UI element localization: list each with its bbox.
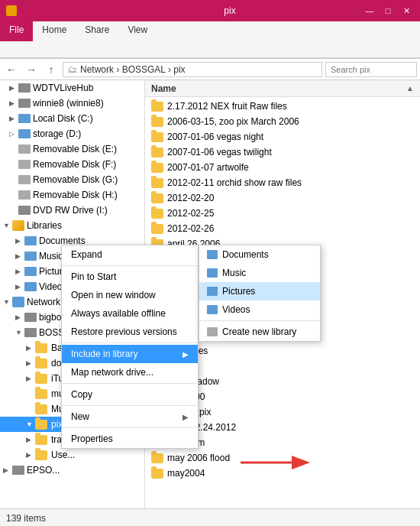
new-submenu-arrow-icon: ▶ (183, 413, 189, 421)
file-list-item[interactable]: 2007-01-07 artwolfe (145, 160, 420, 175)
folder-icon (151, 132, 163, 142)
tree-item-wdtv[interactable]: ▶ WDTVLiveHub (0, 80, 144, 96)
context-include-label: Include in library (71, 349, 137, 359)
tree-label: Removable Disk (F:) (33, 159, 116, 170)
music-lib-icon (207, 268, 218, 278)
ribbon-commands (0, 41, 420, 58)
submenu-videos[interactable]: Videos (199, 300, 320, 319)
up-button[interactable]: ↑ (43, 61, 60, 78)
folder-icon (35, 343, 47, 353)
submenu-create-new[interactable]: Create new library (199, 323, 320, 341)
file-list-item[interactable]: 2012-02-25 (145, 206, 420, 221)
file-list-item[interactable]: may 2006 flood (145, 450, 420, 466)
tab-home[interactable]: Home (33, 21, 76, 41)
submenu-sep (199, 320, 320, 321)
tree-label: Music (39, 251, 63, 261)
folder-icon (151, 453, 163, 463)
file-item-label: 2007-01-07 artwolfe (167, 162, 249, 173)
tree-item-removableF[interactable]: Removable Disk (F:) (0, 157, 144, 172)
context-restorePrevious[interactable]: Restore previous versions (62, 323, 198, 341)
context-openwin-label: Open in new window (71, 290, 156, 300)
tree-item-removableG[interactable]: Removable Disk (G:) (0, 172, 144, 187)
context-mapNetworkDrive[interactable]: Map network drive... (62, 363, 198, 382)
submenu-music[interactable]: Music (199, 264, 320, 282)
file-item-label: 2.17.2012 NEX fruit Raw files (167, 101, 287, 112)
context-expand[interactable]: Expand (62, 245, 198, 264)
tree-arrow: ▼ (26, 420, 35, 428)
maximize-button[interactable]: □ (380, 5, 396, 17)
tree-item-removableE[interactable]: Removable Disk (E:) (0, 141, 144, 157)
file-list-item[interactable]: may2004 (145, 466, 420, 481)
tab-file[interactable]: File (0, 21, 33, 41)
tree-arrow: ▶ (26, 359, 35, 367)
forward-button[interactable]: → (23, 61, 40, 78)
tree-arrow: ▶ (26, 375, 35, 382)
close-button[interactable]: ✕ (399, 5, 414, 17)
file-item-label: may2004 (167, 468, 205, 479)
context-includeInLibrary[interactable]: Include in library ▶ (62, 345, 198, 363)
folder-icon (151, 469, 163, 479)
minimize-button[interactable]: — (362, 5, 377, 17)
tree-arrow: ▶ (26, 436, 35, 443)
context-map-label: Map network drive... (71, 367, 153, 378)
tree-item-use[interactable]: ▶ Use... (0, 447, 144, 463)
context-sep5 (62, 427, 198, 428)
tree-item-epson[interactable]: ▶ EPSO... (0, 463, 144, 478)
tree-label: DVD RW Drive (I:) (33, 205, 108, 216)
file-item-label: 2007-01-06 vegas night (167, 132, 263, 142)
ribbon-tabs: File Home Share View (0, 21, 420, 41)
context-properties[interactable]: Properties (62, 430, 198, 448)
file-list-item[interactable]: 2007-01-06 vegas twilight (145, 144, 420, 160)
file-item-label: 2012-02-25 (167, 208, 214, 219)
tree-item-libraries[interactable]: ▼ Libraries (0, 218, 144, 233)
context-alwaysAvailable[interactable]: Always available offline (62, 304, 198, 323)
folder-icon (151, 102, 163, 112)
submenu-documents[interactable]: Documents (199, 245, 320, 264)
submenu-pictures[interactable]: Pictures (199, 282, 320, 300)
submenu-videos-label: Videos (222, 304, 250, 315)
folder-icon (151, 163, 163, 173)
file-item-label: 2006-03-15, zoo pix March 2006 (167, 116, 299, 127)
tree-arrow: ▶ (15, 268, 24, 275)
tab-view[interactable]: View (118, 21, 157, 41)
folder-icon (35, 450, 47, 460)
context-menu: Expand Pin to Start Open in new window A… (61, 245, 199, 449)
submenu-createnew-label: Create new library (222, 326, 296, 337)
address-path-text: Network › BOSSGAL › pix (80, 64, 186, 75)
file-list-item[interactable]: 2.17.2012 NEX fruit Raw files (145, 99, 420, 114)
context-expand-label: Expand (71, 249, 102, 260)
tree-arrow: ▶ (3, 466, 12, 474)
item-count: 139 items (6, 513, 46, 524)
doc-lib-icon (207, 250, 218, 259)
tree-item-dvdI[interactable]: DVD RW Drive (I:) (0, 203, 144, 218)
submenu-documents-label: Documents (222, 249, 269, 260)
context-copy[interactable]: Copy (62, 385, 198, 404)
context-openNewWindow[interactable]: Open in new window (62, 286, 198, 304)
address-path[interactable]: 🗂 Network › BOSSGAL › pix (63, 62, 322, 77)
file-list-item[interactable]: 2012-02-26 (145, 221, 420, 236)
context-restore-label: Restore previous versions (71, 326, 177, 337)
context-new[interactable]: New ▶ (62, 407, 198, 426)
back-button[interactable]: ← (3, 61, 20, 78)
tab-share[interactable]: Share (76, 21, 118, 41)
tree-label: Removable Disk (H:) (33, 190, 118, 200)
tree-item-winnie8[interactable]: ▶ winnie8 (winnie8) (0, 96, 144, 111)
file-list-item[interactable]: 2012-02-11 orchid show raw files (145, 175, 420, 190)
new-lib-icon (207, 327, 218, 336)
tree-label: Network (27, 297, 60, 307)
tree-item-localC[interactable]: ▶ Local Disk (C:) (0, 111, 144, 126)
file-list-item[interactable]: 2007-01-06 vegas night (145, 129, 420, 144)
context-sep2 (62, 343, 198, 343)
search-input[interactable] (325, 62, 417, 77)
submenu-music-label: Music (222, 268, 246, 278)
submenu-pictures-label: Pictures (222, 286, 255, 297)
folder-icon (151, 117, 163, 127)
tree-item-storageD[interactable]: ▷ storage (D:) (0, 126, 144, 141)
tree-item-removableH[interactable]: Removable Disk (H:) (0, 187, 144, 203)
file-item-label: may 2006 flood (167, 453, 230, 463)
file-list-item[interactable]: 2006-03-15, zoo pix March 2006 (145, 114, 420, 129)
file-list-item[interactable]: 2012-02-20 (145, 190, 420, 206)
tree-label: WDTVLiveHub (33, 83, 93, 93)
tree-label: Removable Disk (E:) (33, 144, 117, 154)
context-pinToStart[interactable]: Pin to Start (62, 268, 198, 286)
